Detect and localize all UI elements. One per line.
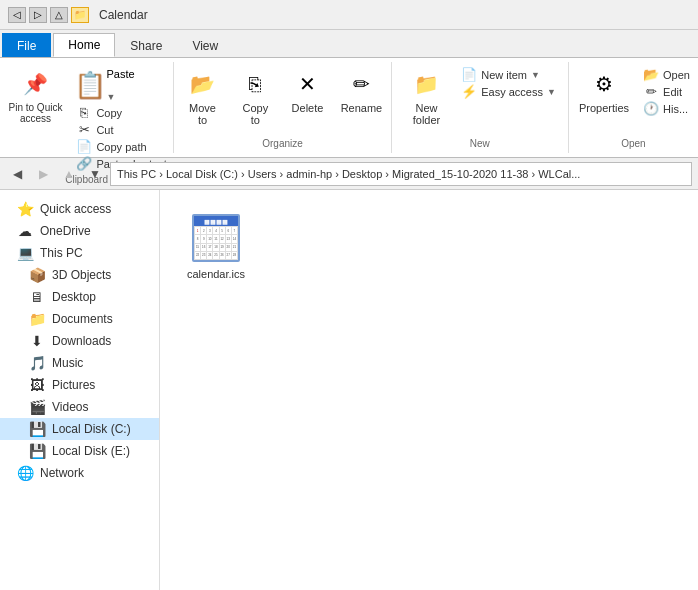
nav-back-button[interactable]: ◀	[6, 163, 28, 185]
sidebar-item-pictures[interactable]: 🖼 Pictures	[0, 374, 159, 396]
address-path[interactable]: This PC › Local Disk (C:) › Users › admi…	[110, 162, 692, 186]
cal-cell: 3	[207, 227, 212, 234]
move-to-button[interactable]: 📂 Move to	[178, 66, 227, 128]
new-item-button[interactable]: 📄 New item ▼	[457, 66, 560, 83]
tab-home[interactable]: Home	[53, 33, 115, 57]
rename-button[interactable]: ✏ Rename	[336, 66, 388, 116]
tab-file[interactable]: File	[2, 33, 51, 57]
sidebar-item-documents[interactable]: 📁 Documents	[0, 308, 159, 330]
cal-body: 1 2 3 4 5 6 7 8 9 10 11 12 13 14 15 16 1	[194, 226, 238, 260]
sidebar-item-local-disk-e[interactable]: 💾 Local Disk (E:)	[0, 440, 159, 462]
copy-button[interactable]: ⎘ Copy	[72, 104, 170, 121]
organize-content: 📂 Move to ⎘ Copy to ✕ Delete ✏ Rename	[178, 66, 388, 136]
copy-icon: ⎘	[76, 105, 92, 120]
local-disk-e-icon: 💾	[28, 443, 46, 459]
new-folder-button[interactable]: 📁 New folder	[400, 66, 453, 128]
pin-icon: 📌	[19, 68, 51, 100]
sidebar-item-label: Videos	[52, 400, 88, 414]
pictures-icon: 🖼	[28, 377, 46, 393]
up-icon[interactable]: △	[50, 7, 68, 23]
cut-label: Cut	[96, 124, 113, 136]
sidebar-item-label: Desktop	[52, 290, 96, 304]
open-content: ⚙ Properties 📂 Open ✏ Edit 🕐 His...	[573, 66, 694, 136]
sidebar-item-videos[interactable]: 🎬 Videos	[0, 396, 159, 418]
history-button[interactable]: 🕐 His...	[639, 100, 694, 117]
paste-label: Paste	[106, 68, 134, 80]
cal-cell: 27	[226, 252, 231, 259]
cal-cell: 26	[220, 252, 225, 259]
copy-path-label: Copy path	[96, 141, 146, 153]
pin-to-quick-access-button[interactable]: 📌 Pin to Quick access	[3, 66, 69, 126]
sidebar-item-music[interactable]: 🎵 Music	[0, 352, 159, 374]
sidebar-item-onedrive[interactable]: ☁ OneDrive	[0, 220, 159, 242]
desktop-icon: 🖥	[28, 289, 46, 305]
copy-to-label: Copy to	[237, 102, 273, 126]
sidebar-item-label: Local Disk (E:)	[52, 444, 130, 458]
delete-icon: ✕	[292, 68, 324, 100]
delete-button[interactable]: ✕ Delete	[284, 66, 332, 116]
forward-icon[interactable]: ▷	[29, 7, 47, 23]
music-icon: 🎵	[28, 355, 46, 371]
cal-cell: 28	[232, 252, 237, 259]
move-to-icon: 📂	[186, 68, 218, 100]
cal-cell: 23	[201, 252, 206, 259]
downloads-icon: ⬇	[28, 333, 46, 349]
easy-access-label: Easy access	[481, 86, 543, 98]
edit-icon: ✏	[643, 84, 659, 99]
open-small-btns: 📂 Open ✏ Edit 🕐 His...	[639, 66, 694, 117]
network-icon: 🌐	[16, 465, 34, 481]
sidebar-item-local-disk-c[interactable]: 💾 Local Disk (C:)	[0, 418, 159, 440]
history-icon: 🕐	[643, 101, 659, 116]
copy-to-icon: ⎘	[239, 68, 271, 100]
sidebar-item-label: 3D Objects	[52, 268, 111, 282]
cut-button[interactable]: ✂ Cut	[72, 121, 170, 138]
quick-access-icon: ⭐	[16, 201, 34, 217]
properties-label: Properties	[579, 102, 629, 114]
sidebar-item-3d-objects[interactable]: 📦 3D Objects	[0, 264, 159, 286]
tab-view[interactable]: View	[177, 33, 233, 57]
copy-path-button[interactable]: 📄 Copy path	[72, 138, 170, 155]
cal-cell: 24	[207, 252, 212, 259]
ribbon-tabs: File Home Share View	[0, 30, 698, 58]
easy-access-button[interactable]: ⚡ Easy access ▼	[457, 83, 560, 100]
sidebar-item-label: Downloads	[52, 334, 111, 348]
open-label: Open	[663, 69, 690, 81]
new-content: 📁 New folder 📄 New item ▼ ⚡ Easy access …	[400, 66, 560, 136]
clipboard-content: 📌 Pin to Quick access 📋 Paste ▼ ⎘	[3, 66, 171, 172]
copy-path-icon: 📄	[76, 139, 92, 154]
ribbon: 📌 Pin to Quick access 📋 Paste ▼ ⎘	[0, 58, 698, 158]
properties-button[interactable]: ⚙ Properties	[573, 66, 635, 116]
open-group: ⚙ Properties 📂 Open ✏ Edit 🕐 His... Open	[569, 62, 698, 153]
3d-objects-icon: 📦	[28, 267, 46, 283]
cal-cell: 18	[213, 244, 218, 251]
paste-button[interactable]: 📋 Paste ▼	[72, 66, 170, 104]
edit-button[interactable]: ✏ Edit	[639, 83, 694, 100]
move-to-label: Move to	[184, 102, 221, 126]
cal-cell: 19	[220, 244, 225, 251]
sidebar-item-network[interactable]: 🌐 Network	[0, 462, 159, 484]
nav-forward-button[interactable]: ▶	[32, 163, 54, 185]
new-item-icon: 📄	[461, 67, 477, 82]
sidebar-item-desktop[interactable]: 🖥 Desktop	[0, 286, 159, 308]
sidebar-item-quick-access[interactable]: ⭐ Quick access	[0, 198, 159, 220]
cal-header: ▦▦▦▦	[194, 216, 238, 226]
nav-up-button[interactable]: ▲	[58, 163, 80, 185]
copy-paste-col: 📋 Paste ▼ ⎘ Copy ✂ Cut	[72, 66, 170, 172]
sidebar-item-label: Documents	[52, 312, 113, 326]
open-button[interactable]: 📂 Open	[639, 66, 694, 83]
new-folder-icon: 📁	[411, 68, 443, 100]
sidebar-item-label: Local Disk (C:)	[52, 422, 131, 436]
paste-icon: 📋	[76, 68, 104, 102]
tab-share[interactable]: Share	[115, 33, 177, 57]
back-icon[interactable]: ◁	[8, 7, 26, 23]
copy-to-button[interactable]: ⎘ Copy to	[231, 66, 279, 128]
file-item-calendar-ics[interactable]: ▦▦▦▦ 1 2 3 4 5 6 7 8 9 10 11 12 13 14	[176, 206, 256, 288]
sidebar-item-downloads[interactable]: ⬇ Downloads	[0, 330, 159, 352]
sidebar-item-label: Quick access	[40, 202, 111, 216]
cal-cell: 21	[232, 244, 237, 251]
cal-cell: 15	[195, 244, 200, 251]
cut-icon: ✂	[76, 122, 92, 137]
sidebar-item-this-pc[interactable]: 💻 This PC	[0, 242, 159, 264]
sidebar-item-label: OneDrive	[40, 224, 91, 238]
nav-recent-button[interactable]: ▼	[84, 163, 106, 185]
